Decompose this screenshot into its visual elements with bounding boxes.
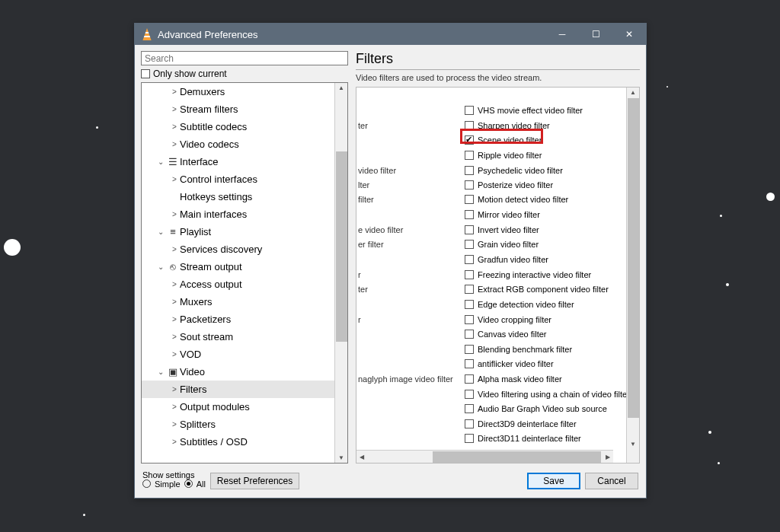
filter-checkbox-freezing-interactive-video-filter[interactable]: Freezing interactive video filter [465, 267, 591, 282]
filter-checkbox-antiflicker-video-filter[interactable]: antiflicker video filter [465, 356, 554, 371]
checkbox-label: Motion detect video filter [478, 195, 568, 204]
tree-item-access-output[interactable]: >Access output [142, 276, 334, 293]
tree-item-packetizers[interactable]: >Packetizers [142, 311, 334, 328]
checkbox-label: Ripple video filter [478, 151, 542, 160]
checkbox-icon[interactable] [465, 210, 474, 219]
category-icon: ⎋ [166, 261, 180, 272]
checkbox-icon[interactable] [465, 106, 474, 115]
tree-item-stream-filters[interactable]: >Stream filters [142, 100, 334, 118]
checkbox-icon[interactable] [465, 374, 474, 384]
close-button[interactable]: ✕ [612, 24, 646, 45]
filter-checkbox-scene-video-filter[interactable]: Scene video filter [465, 132, 542, 147]
filter-checkbox-edge-detection-video-filter[interactable]: Edge detection video filter [465, 297, 574, 311]
checkbox-icon[interactable] [465, 404, 474, 413]
checkbox-icon[interactable] [465, 180, 474, 190]
filter-checkbox-audio-bar-graph-video-sub-source[interactable]: Audio Bar Graph Video sub source [465, 401, 607, 416]
tree-item-label: Hotkeys settings [180, 191, 252, 202]
tree-item-video[interactable]: ⌄▣Video [142, 363, 334, 381]
filter-checkbox-blending-benchmark-filter[interactable]: Blending benchmark filter [465, 342, 572, 356]
checkbox-icon[interactable] [465, 151, 474, 160]
tree-item-main-interfaces[interactable]: >Main interfaces [142, 205, 334, 223]
tree-item-filters[interactable]: >Filters [142, 381, 334, 398]
filter-checkbox-sharpen-video-filter[interactable]: Sharpen video filter [465, 118, 550, 132]
tree-item-output-modules[interactable]: >Output modules [142, 398, 334, 416]
chevron-icon: > [169, 385, 180, 393]
filter-checkbox-vhs-movie-effect-video-filter[interactable]: VHS movie effect video filter [465, 103, 583, 117]
filter-checkbox-video-cropping-filter[interactable]: Video cropping filter [465, 312, 551, 327]
reset-preferences-button[interactable]: Reset Preferences [210, 473, 299, 489]
only-show-current-label: Only show current [153, 68, 227, 79]
checkbox-icon[interactable] [465, 255, 474, 264]
tree-item-control-interfaces[interactable]: >Control interfaces [142, 170, 334, 188]
tree-item-vod[interactable]: >VOD [142, 346, 334, 363]
show-settings-group: Show settings Simple All [142, 470, 206, 489]
titlebar[interactable]: Advanced Preferences ─ ☐ ✕ [135, 24, 646, 45]
advanced-preferences-window: Advanced Preferences ─ ☐ ✕ Only show cur… [134, 23, 647, 499]
tree-item-stream-output[interactable]: ⌄⎋Stream output [142, 258, 334, 276]
checkbox-icon[interactable] [465, 330, 474, 339]
checkbox-icon[interactable] [465, 240, 474, 249]
checkbox-icon[interactable] [465, 285, 474, 294]
filter-checkbox-direct3d11-deinterlace-filter[interactable]: Direct3D11 deinterlace filter [465, 431, 581, 445]
filter-checkbox-ripple-video-filter[interactable]: Ripple video filter [465, 148, 542, 162]
checkbox-icon[interactable] [465, 135, 474, 145]
checkbox-icon[interactable] [465, 390, 474, 399]
tree-item-interface[interactable]: ⌄☰Interface [142, 153, 334, 170]
save-button[interactable]: Save [527, 473, 580, 489]
only-show-current-checkbox[interactable]: Only show current [141, 68, 348, 79]
filter-checkbox-video-filtering-using-a-chain-of-video-filter-modules[interactable]: Video filtering using a chain of video f… [465, 387, 626, 401]
checkbox-icon[interactable] [465, 300, 474, 309]
search-input[interactable] [141, 51, 348, 65]
checkbox-icon[interactable] [465, 121, 474, 130]
filter-checkbox-alpha-mask-video-filter[interactable]: Alpha mask video filter [465, 371, 562, 386]
checkbox-label: Extract RGB component video filter [478, 285, 609, 294]
checkbox-icon[interactable] [465, 315, 474, 324]
filter-checkbox-posterize-video-filter[interactable]: Posterize video filter [465, 177, 553, 192]
cancel-button[interactable]: Cancel [585, 473, 638, 489]
checkbox-label: Alpha mask video filter [478, 374, 562, 384]
filter-checkbox-mirror-video-filter[interactable]: Mirror video filter [465, 207, 540, 221]
checkbox-icon[interactable] [465, 419, 474, 428]
tree-item-demuxers[interactable]: >Demuxers [142, 83, 334, 100]
checkbox-icon[interactable] [465, 195, 474, 204]
checkbox-icon[interactable] [465, 270, 474, 279]
minimize-button[interactable]: ─ [545, 24, 579, 45]
chevron-icon: > [169, 315, 180, 323]
checkbox-icon[interactable] [465, 359, 474, 368]
show-settings-all-radio[interactable] [184, 479, 193, 488]
tree-scrollbar[interactable]: ▲ ▼ [334, 83, 347, 463]
tree-item-playlist[interactable]: ⌄≡Playlist [142, 223, 334, 241]
checkbox-label: Canvas video filter [478, 330, 547, 339]
tree-item-subtitle-codecs[interactable]: >Subtitle codecs [142, 118, 334, 135]
checkbox-icon[interactable] [465, 166, 474, 175]
tree-item-hotkeys-settings[interactable]: Hotkeys settings [142, 188, 334, 205]
horizontal-scrollbar[interactable]: ◀ ▶ [356, 450, 613, 463]
show-settings-simple-radio[interactable] [142, 479, 151, 488]
filter-checkbox-motion-detect-video-filter[interactable]: Motion detect video filter [465, 192, 568, 206]
chevron-icon: > [169, 438, 180, 446]
tree-item-sout-stream[interactable]: >Sout stream [142, 328, 334, 346]
tree-item-services-discovery[interactable]: >Services discovery [142, 241, 334, 258]
vertical-scrollbar[interactable]: ▲ ▼ [626, 88, 639, 463]
filter-checkbox-direct3d9-deinterlace-filter[interactable]: Direct3D9 deinterlace filter [465, 416, 577, 431]
checkbox-icon[interactable] [465, 434, 474, 443]
filter-checkbox-extract-rgb-component-video-filter[interactable]: Extract RGB component video filter [465, 282, 609, 296]
filter-checkbox-psychedelic-video-filter[interactable]: Psychedelic video filter [465, 163, 563, 177]
checkbox-label: Freezing interactive video filter [478, 270, 591, 279]
tree-item-muxers[interactable]: >Muxers [142, 293, 334, 311]
checkbox-icon[interactable] [465, 345, 474, 354]
filter-checkbox-grain-video-filter[interactable]: Grain video filter [465, 237, 539, 251]
checkbox-label: Audio Bar Graph Video sub source [478, 404, 607, 413]
filter-checkbox-canvas-video-filter[interactable]: Canvas video filter [465, 327, 547, 341]
tree-item-subtitles-osd[interactable]: >Subtitles / OSD [142, 433, 334, 451]
filter-checkbox-invert-video-filter[interactable]: Invert video filter [465, 222, 539, 237]
tree-item-label: Filters [180, 384, 206, 395]
filter-checkbox-gradfun-video-filter[interactable]: Gradfun video filter [465, 252, 548, 266]
left-label-fragment: lter [358, 177, 369, 192]
tree-item-label: Splitters [180, 419, 216, 430]
tree-item-splitters[interactable]: >Splitters [142, 416, 334, 433]
only-show-current-box[interactable] [141, 69, 150, 78]
tree-item-video-codecs[interactable]: >Video codecs [142, 135, 334, 153]
maximize-button[interactable]: ☐ [579, 24, 612, 45]
checkbox-icon[interactable] [465, 225, 474, 234]
